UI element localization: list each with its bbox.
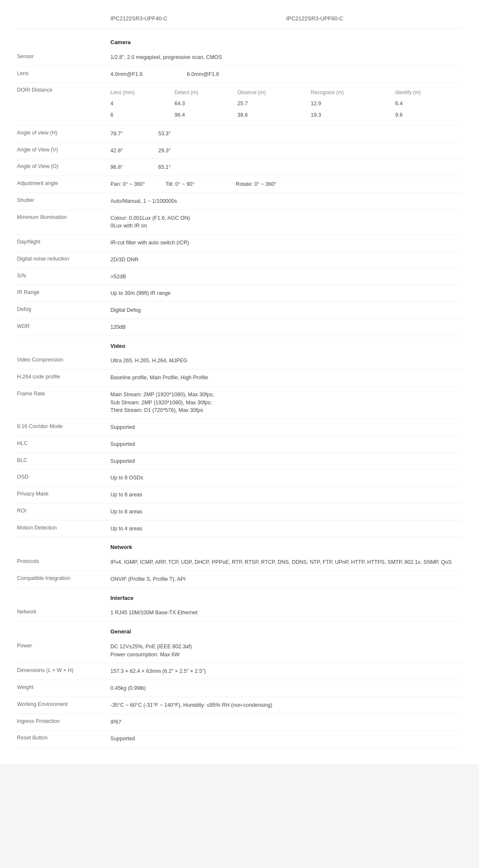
spec-row-value: 1 RJ45 10M/100M Base-TX Ethernet [110,609,462,617]
spec-row-label: Motion Detection [17,525,110,531]
spec-row-value: IPv4, IGMP, ICMP, ARP, TCP, UDP, DHCP, P… [110,558,462,566]
spec-value-line: Third Stream: D1 (720*576), Max 30fps [110,406,462,414]
spec-row: 9:16 Corridor ModeSupported [17,419,462,436]
dori-cell: 9.6 [395,109,462,121]
spec-multiline-row: Minimum IlluminationColour: 0.001Lux (F1… [17,210,462,235]
spec-row-value: 0.45kg (0.99lb) [110,684,462,692]
section-header-row: Camera [17,32,462,49]
spec-row: ShutterAuto/Manual, 1 ~ 1/100000s [17,193,462,210]
dori-cell: 64.3 [175,98,237,109]
spec-row-value: Ultra 265, H.265, H.264, MJPEG [110,357,462,365]
dori-label: DORI Distance [17,87,110,93]
spec-row-label: Compatible Integration [17,575,110,581]
spec-row-label: S/N [17,273,110,279]
spec-row-value: Up to 4 areas [110,525,462,533]
spec-row-label: ROI [17,508,110,514]
spec-row-label: Reset Button [17,735,110,741]
spec-row-label: Video Compression [17,357,110,363]
spec-row: DefogDigital Defog [17,302,462,319]
spec-row: Adjustment anglePan: 0° ~ 360° Tilt: 0° … [17,176,462,193]
dori-cell: 12.9 [311,98,395,109]
section-title: Network [110,543,462,552]
spec-row-label: Power [17,643,110,649]
spec-row: Digital noise reduction2D/3D DNR [17,252,462,269]
dori-col-header: Detect (m) [175,87,237,98]
spec-row: OSDUp to 8 OSDs [17,470,462,487]
spec-table: CameraSensor1/2.8", 2.0 megapixel, progr… [17,32,462,748]
spec-row: Angle of view (H)78.7° 53.3° [17,126,462,143]
spec-row-label: Angle of View (O) [17,163,110,169]
dori-cell: 6.4 [395,98,462,109]
spec-row: Network1 RJ45 10M/100M Base-TX Ethernet [17,605,462,622]
spec-row: Reset ButtonSupported [17,731,462,748]
spec-row: Ingress ProtectionIP67 [17,714,462,731]
spec-row-value: 157.3 × 62.4 × 63mm (6.2" × 2.5" × 2.5") [110,667,462,675]
spec-value-line: DC 12V±25%, PoE (IEEE 802.3af) [110,643,462,651]
spec-row: S/N>52dB [17,269,462,286]
spec-row-value: Supported [110,735,462,743]
spec-row-value: DC 12V±25%, PoE (IEEE 802.3af)Power cons… [110,643,462,659]
spec-row-value: -35°C ~ 60°C (-31°F ~ 140°F), Humidity: … [110,701,462,709]
model2-col: IPC2122SR3-UPF60-C [286,15,462,22]
header-row: IPC2122SR3-UPF40-C IPC2122SR3-UPF60-C [17,8,462,29]
section-header-row: Network [17,537,462,554]
spec-row-label: Protocols [17,558,110,564]
section-title-text: Video [110,343,125,349]
spec-row: Dimensions (L × W × H)157.3 × 62.4 × 63m… [17,663,462,680]
spec-row: BLCSupported [17,453,462,470]
header-col-right: IPC2122SR3-UPF40-C IPC2122SR3-UPF60-C [110,15,462,22]
spec-row-label: Shutter [17,197,110,203]
section-title-text: Network [110,544,132,550]
spec-row-label: Angle of view (H) [17,130,110,136]
spec-row-label: Defog [17,306,110,312]
spec-row-label: Network [17,609,110,615]
spec-row-value: Colour: 0.001Lux (F1.6, AGC ON)0Lux with… [110,214,462,230]
dori-col-header: Observe (m) [237,87,311,98]
dori-cell: 4 [110,98,175,109]
spec-row: Privacy MaskUp to 8 areas [17,487,462,504]
spec-row-value: Up to 8 areas [110,491,462,499]
spec-row-value: Supported [110,423,462,431]
dori-table: Lens (mm)Detect (m)Observe (m)Recognize … [110,87,462,121]
spec-row-label: Day/Night [17,239,110,245]
model2-name: IPC2122SR3-UPF60-C [286,15,343,22]
spec-row: Day/NightIR-cut filter with auto switch … [17,235,462,252]
spec-row-label: OSD [17,474,110,480]
spec-row-value: >52dB [110,273,462,281]
spec-row-value: 42.8° 29.3° [110,147,462,155]
dori-cell: 38.6 [237,109,311,121]
spec-row: WDR120dB [17,319,462,336]
model1-name: IPC2122SR3-UPF40-C [110,15,167,22]
spec-row-value: Baseline profile, Main Profile, High Pro… [110,374,462,382]
spec-row-value: 4.0mm@F1.6 6.0mm@F1.6 [110,70,462,78]
section-title: Camera [110,38,462,47]
spec-row-value: Pan: 0° ~ 360° Tilt: 0° ~ 90° Rotate: 0°… [110,180,462,188]
spec-row: Sensor1/2.8", 2.0 megapixel, progressive… [17,49,462,66]
spec-row-value: Up to 8 OSDs [110,474,462,482]
dori-cell: 96.4 [175,109,237,121]
section-title: Video [110,342,462,350]
spec-row-value: 120dB [110,323,462,331]
spec-row-label: H.264 code profile [17,374,110,380]
spec-row-label: Minimum Illumination [17,214,110,220]
spec-row: Video CompressionUltra 265, H.265, H.264… [17,353,462,370]
section-title-text: General [110,628,131,635]
section-header-row: General [17,622,462,638]
spec-row-label: Dimensions (L × W × H) [17,667,110,673]
dori-cell: 19.3 [311,109,395,121]
spec-row-label: BLC [17,457,110,463]
spec-row-value: 96.8° 65.1° [110,163,462,171]
dori-data-row: 464.325.712.96.4 [110,98,462,109]
spec-row-label: IR Range [17,289,110,295]
spec-row-label: WDR [17,323,110,329]
spec-row-value: ONVIF (Profile S, Profile T), API [110,575,462,583]
spec-multiline-row: Frame RateMain Stream: 2MP (1920*1080), … [17,386,462,419]
model1-col: IPC2122SR3-UPF40-C [110,15,286,22]
spec-row: Weight0.45kg (0.99lb) [17,680,462,697]
spec-value-line: Sub Stream: 2MP (1920*1080), Max 30fps; [110,399,462,407]
spec-row: H.264 code profileBaseline profile, Main… [17,370,462,386]
spec-row-label: HLC [17,440,110,446]
section-title-text: Camera [110,39,131,45]
spec-value-line: Power consumption: Max 6W [110,651,462,659]
spec-row: Compatible IntegrationONVIF (Profile S, … [17,571,462,588]
